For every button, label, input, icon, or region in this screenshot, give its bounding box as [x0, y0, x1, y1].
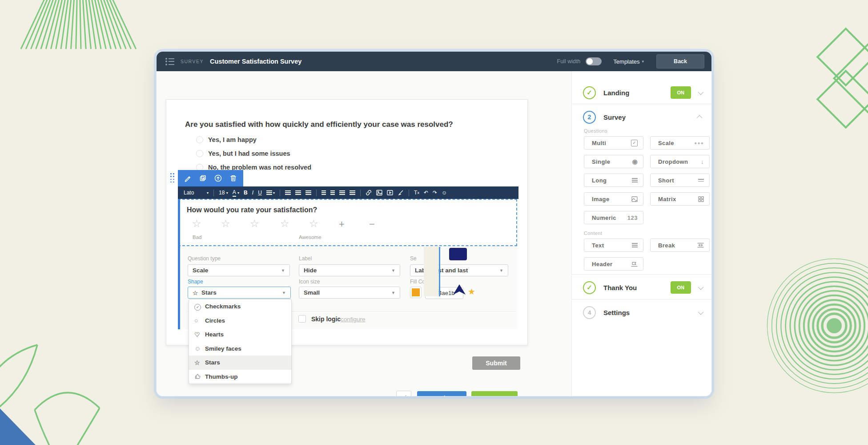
star-icon[interactable]: ☆: [221, 218, 230, 230]
color-swatch[interactable]: [410, 287, 422, 298]
edit-pencil-icon[interactable]: [184, 174, 192, 182]
templates-menu[interactable]: Templates: [613, 58, 639, 65]
redo-icon[interactable]: ↷: [433, 190, 437, 196]
sidebar-section-thank-you[interactable]: ✓ Thank You ON: [572, 273, 711, 302]
italic-button[interactable]: I: [252, 190, 253, 196]
dropdown-option[interactable]: ○Circles: [189, 314, 291, 328]
add-numeric-button[interactable]: Numeric 123: [584, 211, 643, 224]
undo-icon[interactable]: ↶: [424, 190, 428, 196]
add-long-button[interactable]: Long: [584, 174, 643, 187]
text-color-button[interactable]: A ▾: [233, 189, 239, 197]
outdent-icon[interactable]: [350, 190, 355, 195]
align-center-icon[interactable]: [295, 190, 301, 195]
skip-logic-label: Skip logic: [311, 316, 341, 323]
add-matrix-button[interactable]: Matrix: [650, 192, 710, 206]
shape-select[interactable]: ☆Stars▼: [188, 287, 291, 299]
survey-page: Are you satisfied with how quickly and e…: [166, 99, 528, 345]
star-icon[interactable]: ☆: [280, 218, 289, 230]
chevron-down-icon[interactable]: [698, 284, 704, 290]
delete-trash-icon[interactable]: [229, 174, 237, 182]
cursor-decoration: [453, 284, 466, 295]
bold-button[interactable]: B: [244, 190, 248, 196]
app-window: SURVEY Customer Satisfaction Survey Full…: [157, 52, 711, 396]
answer-option[interactable]: Yes, but I had some issues: [191, 150, 290, 157]
background-strip-decoration: [424, 247, 438, 296]
header-icon: [631, 261, 638, 267]
line-spacing-button[interactable]: ▾: [266, 190, 275, 195]
add-break-button[interactable]: Break: [650, 239, 710, 252]
sidebar-section-survey[interactable]: 2 Survey: [572, 103, 711, 131]
emoji-icon[interactable]: ☺: [442, 190, 447, 196]
skip-logic-checkbox[interactable]: [298, 315, 306, 323]
dropdown-option[interactable]: Thumbs-up: [189, 370, 291, 384]
image-icon[interactable]: [376, 190, 382, 196]
dropdown-option[interactable]: ✓Checkmarks: [189, 299, 291, 314]
add-multi-button[interactable]: Multi ✓: [584, 136, 643, 150]
chevron-down-icon[interactable]: [698, 89, 704, 95]
link-icon[interactable]: [366, 190, 372, 196]
add-text-button[interactable]: Text: [584, 239, 643, 252]
page-break-icon: [697, 243, 704, 248]
numbered-list-icon[interactable]: [330, 190, 335, 195]
star-icon[interactable]: ☆: [309, 218, 318, 230]
check-circle-icon: ✓: [583, 86, 596, 99]
diamond-decoration: [817, 19, 868, 138]
add-image-button[interactable]: Image: [584, 192, 643, 206]
next-button[interactable]: Next: [471, 391, 518, 396]
landing-on-toggle[interactable]: ON: [671, 86, 691, 99]
format-brush-icon[interactable]: [398, 190, 404, 196]
submit-button[interactable]: Submit: [472, 356, 520, 370]
font-family-select[interactable]: Lato▾: [184, 190, 209, 196]
arrow-down-icon: ↓: [701, 158, 704, 165]
video-icon[interactable]: [387, 190, 393, 196]
label-select[interactable]: Hide▼: [299, 264, 400, 276]
configure-link[interactable]: configure: [341, 316, 366, 323]
builder-sidebar: ✓ Landing ON 2 Survey Questions Multi ✓ …: [571, 71, 711, 396]
question-type-select[interactable]: Scale▼: [188, 264, 290, 276]
star-icon[interactable]: ☆: [250, 218, 259, 230]
preview-button[interactable]: Preview: [417, 391, 466, 396]
align-right-icon[interactable]: [305, 190, 311, 195]
remove-step-icon[interactable]: −: [369, 218, 375, 230]
answer-option[interactable]: Yes, I am happy: [191, 136, 257, 143]
radio-icon[interactable]: [196, 150, 203, 157]
star-icon[interactable]: ☆: [192, 218, 201, 230]
full-width-toggle[interactable]: [586, 57, 602, 65]
dropdown-option[interactable]: ♡Hearts: [189, 328, 291, 342]
dropdown-option[interactable]: ☺Smiley faces: [189, 342, 291, 356]
back-button[interactable]: Back: [656, 54, 704, 69]
drag-handle[interactable]: [170, 173, 174, 183]
duplicate-icon[interactable]: [199, 174, 207, 182]
dropdown-option-selected[interactable]: ☆Stars: [189, 356, 291, 370]
filter-sliders-icon[interactable]: [165, 58, 174, 65]
bullet-list-icon[interactable]: [321, 190, 326, 195]
align-left-icon[interactable]: [285, 190, 291, 195]
font-size-select[interactable]: 18 ▾: [219, 190, 228, 196]
step-number-badge: 4: [583, 306, 596, 319]
add-dropdown-button[interactable]: Dropdown ↓: [650, 155, 710, 168]
add-single-button[interactable]: Single ◉: [584, 155, 643, 168]
short-text-icon: [698, 179, 704, 182]
checkbox-icon: ✓: [631, 140, 638, 146]
add-scale-button[interactable]: Scale ∘∘∘: [650, 136, 710, 150]
clear-format-button[interactable]: Tx: [414, 190, 419, 196]
radio-icon[interactable]: [196, 136, 203, 143]
selected-question-block[interactable]: How would you rate your satisfaction? ☆ …: [178, 199, 517, 246]
move-up-icon[interactable]: [214, 174, 222, 182]
question-type-buttons: Multi ✓ Scale ∘∘∘ Single ◉ Dropdown ↓ Lo…: [584, 136, 710, 224]
chevron-up-icon[interactable]: [697, 115, 703, 121]
indent-icon[interactable]: [339, 190, 345, 195]
underline-button[interactable]: U: [258, 190, 262, 196]
theme-brush-button[interactable]: [396, 391, 411, 396]
navy-square-decoration: [449, 248, 467, 260]
chevron-down-icon[interactable]: [698, 309, 704, 315]
add-short-button[interactable]: Short: [650, 174, 710, 187]
grid-icon: [698, 196, 704, 202]
add-step-icon[interactable]: +: [339, 218, 345, 230]
add-header-button[interactable]: Header: [584, 257, 643, 271]
icon-size-select[interactable]: Small▼: [299, 287, 400, 299]
thank-you-on-toggle[interactable]: ON: [671, 281, 691, 294]
blue-rule-decoration: [439, 247, 440, 296]
field-label: Icon size: [299, 279, 320, 285]
sidebar-section-settings[interactable]: 4 Settings: [572, 298, 711, 327]
